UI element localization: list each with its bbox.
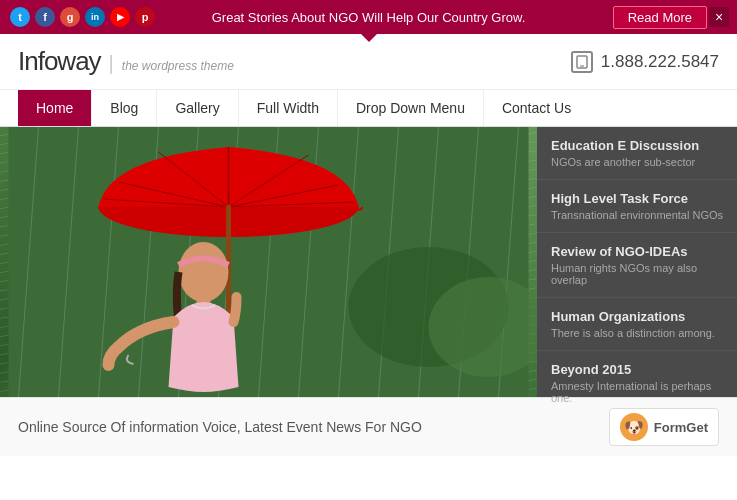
logo-area: Infoway | the wordpress theme [18,46,234,77]
google-icon[interactable]: g [60,7,80,27]
close-announcement-button[interactable]: × [709,7,729,27]
svg-point-19 [179,242,229,302]
logo-divider: | [109,52,114,75]
sidebar-item-4[interactable]: Beyond 2015 Amnesty International is per… [537,351,737,415]
logo-name[interactable]: Infoway [18,46,101,77]
hero-section: Education E Discussion NGOs are another … [0,127,737,397]
facebook-icon[interactable]: f [35,7,55,27]
sidebar-item-title-2: Review of NGO-IDEAs [551,244,723,259]
pinterest-icon[interactable]: p [135,7,155,27]
sidebar-item-title-1: High Level Task Force [551,191,723,206]
hero-sidebar: Education E Discussion NGOs are another … [537,127,737,397]
nav-contact-us[interactable]: Contact Us [484,90,589,126]
linkedin-icon[interactable]: in [85,7,105,27]
twitter-icon[interactable]: t [10,7,30,27]
phone-icon [571,51,593,73]
sidebar-item-title-0: Education E Discussion [551,138,723,153]
hero-image [0,127,537,397]
nav-gallery[interactable]: Gallery [157,90,238,126]
social-icons-group: t f g in ▶ p [10,7,155,27]
read-more-button[interactable]: Read More [613,6,707,29]
nav-full-width[interactable]: Full Width [239,90,338,126]
phone-number: 1.888.222.5847 [601,52,719,72]
sidebar-item-subtitle-3: There is also a distinction among. [551,327,723,339]
header: Infoway | the wordpress theme 1.888.222.… [0,34,737,90]
sidebar-item-subtitle-2: Human rights NGOs may also overlap [551,262,723,286]
sidebar-item-subtitle-1: Transnational environmental NGOs [551,209,723,221]
nav-drop-down-menu[interactable]: Drop Down Menu [338,90,484,126]
sidebar-item-subtitle-4: Amnesty International is perhaps one. [551,380,723,404]
announcement-bar: t f g in ▶ p Great Stories About NGO Wil… [0,0,737,34]
formget-logo-icon: 🐶 [620,413,648,441]
announcement-text: Great Stories About NGO Will Help Our Co… [212,10,526,25]
nav-blog[interactable]: Blog [92,90,157,126]
navbar: Home Blog Gallery Full Width Drop Down M… [0,90,737,127]
announcement-arrow [361,34,377,42]
sidebar-item-0[interactable]: Education E Discussion NGOs are another … [537,127,737,180]
phone-area: 1.888.222.5847 [571,51,719,73]
sidebar-item-1[interactable]: High Level Task Force Transnational envi… [537,180,737,233]
sidebar-item-title-4: Beyond 2015 [551,362,723,377]
youtube-icon[interactable]: ▶ [110,7,130,27]
footer-tagline: Online Source Of information Voice, Late… [18,419,422,435]
logo-tagline: the wordpress theme [122,59,234,73]
sidebar-item-3[interactable]: Human Organizations There is also a dist… [537,298,737,351]
sidebar-item-2[interactable]: Review of NGO-IDEAs Human rights NGOs ma… [537,233,737,298]
formget-label: FormGet [654,420,708,435]
nav-home[interactable]: Home [18,90,92,126]
sidebar-item-title-3: Human Organizations [551,309,723,324]
sidebar-item-subtitle-0: NGOs are another sub-sector [551,156,723,168]
